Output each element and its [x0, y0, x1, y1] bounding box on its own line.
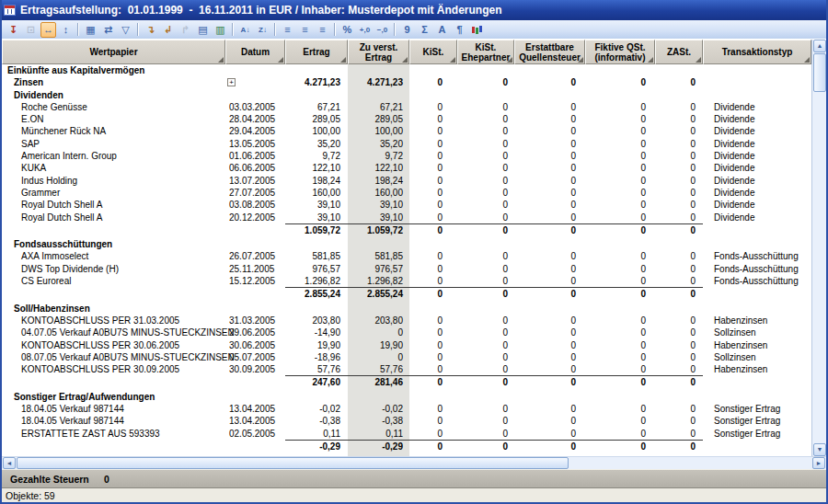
move-column-icon[interactable]: ↲ [160, 22, 176, 38]
data-row[interactable]: 08.07.05 Verkauf A0BU7S MINUS-STUECKZINS… [2, 351, 811, 363]
cell-fiktive-qst [585, 89, 655, 101]
column-chooser-icon[interactable]: ▥ [213, 22, 228, 38]
expand-icon[interactable]: + [227, 78, 236, 86]
section-row[interactable]: Soll/Habenzinsen [2, 303, 811, 315]
cell-datum: 02.05.2005 [225, 428, 285, 440]
cell-kist-ehepartner: 0 [457, 199, 514, 211]
column-header-erstattbare-quellensteuer[interactable]: Erstattbare Quellensteuer [514, 40, 585, 64]
cell-kist: 0 [409, 263, 457, 275]
subtotal-row[interactable]: -0,29-0,2900000 [2, 440, 811, 452]
summary-value: 0 [104, 474, 109, 485]
align-center-icon[interactable]: ≡ [297, 22, 313, 38]
cell-transaktionstyp: Fonds-Ausschüttung [703, 275, 811, 287]
section-row[interactable]: Fondsausschüttungen [2, 238, 811, 250]
data-row[interactable]: Münchener Rück NA29.04.2005100,00100,000… [2, 125, 811, 137]
scroll-right-button[interactable] [812, 457, 825, 469]
subtotal-row[interactable]: 1.059,721.059,7200000 [2, 223, 811, 235]
data-row[interactable]: American Intern. Group01.06.20059,729,72… [2, 150, 811, 162]
data-row[interactable]: Royal Dutch Shell A03.08.200539,1039,100… [2, 199, 811, 211]
column-header-zu-verst-ertrag[interactable]: Zu verst. Ertrag [348, 40, 409, 64]
cell-datum: 15.12.2005 [225, 275, 285, 287]
insert-column-icon[interactable]: ↴ [143, 22, 158, 38]
column-header-kist[interactable]: KiSt. [409, 40, 457, 64]
sort-ascending-icon[interactable]: A↓ [237, 22, 253, 38]
data-row[interactable]: E.ON28.04.2005289,05289,0500000Dividende [2, 113, 811, 125]
column-header-ertrag[interactable]: Ertrag [285, 40, 348, 64]
cell-erstattbare-quellensteuer: 0 [514, 223, 585, 235]
data-row[interactable]: 04.07.05 Verkauf A0BU7S MINUS-STUECKZINS… [2, 326, 811, 338]
horizontal-scroll-thumb[interactable] [17, 457, 569, 469]
percent-icon[interactable]: % [339, 22, 355, 38]
row-format-icon[interactable]: ▤ [195, 22, 211, 38]
column-header-wertpapier[interactable]: Wertpapier [2, 40, 225, 64]
paragraph-icon[interactable]: ¶ [452, 22, 467, 38]
number-format-icon[interactable]: 9 [399, 22, 415, 38]
align-right-icon[interactable]: ≡ [315, 22, 330, 38]
data-row[interactable]: KONTOABSCHLUSS PER 30.09.200530.09.20055… [2, 363, 811, 375]
vertical-scroll-thumb[interactable] [813, 53, 826, 92]
sum-icon[interactable]: Σ [417, 22, 432, 38]
align-left-icon[interactable]: ≡ [280, 22, 295, 38]
cell-wertpapier: Sonstiger Ertrag/Aufwendungen [2, 391, 225, 403]
column-header-fiktive-qst[interactable]: Fiktive QSt. (informativ) [585, 40, 655, 64]
font-icon[interactable]: A [434, 22, 450, 38]
data-row[interactable]: Royal Dutch Shell A20.12.200539,1039,100… [2, 212, 811, 223]
data-row[interactable]: KONTOABSCHLUSS PER 30.06.200530.06.20051… [2, 339, 811, 351]
cell-transaktionstyp: Dividende [703, 138, 811, 150]
cell-datum: 03.08.2005 [225, 199, 285, 211]
section-row[interactable]: Dividenden [2, 89, 811, 101]
cell-zu-verst-ertrag: 1.296,82 [348, 275, 409, 287]
cell-kist: 0 [409, 326, 457, 338]
column-header-kist-ehepartner[interactable]: KiSt. Ehepartner [457, 40, 514, 64]
sort-descending-icon[interactable]: Z↓ [255, 22, 270, 38]
cell-ertrag: 19,90 [285, 339, 348, 351]
data-row[interactable]: SAP13.05.200535,2035,2000000Dividende [2, 138, 811, 150]
calendar-icon[interactable]: ▦ [83, 22, 98, 38]
scroll-down-button[interactable] [813, 443, 826, 456]
copy-icon[interactable]: ⊡ [23, 22, 39, 38]
fit-rows-icon[interactable]: ↕ [58, 22, 74, 38]
cell-kist: 0 [409, 440, 457, 452]
cell-transaktionstyp [703, 303, 811, 315]
column-header-transaktionstyp[interactable]: Transaktionstyp [703, 40, 811, 64]
import-icon[interactable]: ↧ [6, 22, 21, 38]
cell-erstattbare-quellensteuer: 0 [514, 150, 585, 162]
refresh-icon[interactable]: ⇄ [100, 22, 116, 38]
data-row[interactable]: CS Euroreal15.12.20051.296,821.296,82000… [2, 275, 811, 287]
section-row[interactable]: Sonstiger Ertrag/Aufwendungen [2, 391, 811, 403]
cell-zu-verst-ertrag: 100,00 [348, 125, 409, 137]
cell-ertrag: 581,85 [285, 250, 348, 262]
data-row[interactable]: KONTOABSCHLUSS PER 31.03.200531.03.20052… [2, 315, 811, 326]
data-row[interactable]: AXA Immoselect26.07.2005581,85581,850000… [2, 250, 811, 262]
filter-icon[interactable]: ▽ [118, 22, 133, 38]
scroll-left-button[interactable] [3, 457, 16, 469]
data-row[interactable]: Roche Genüsse03.03.200567,2167,2100000Di… [2, 101, 811, 113]
data-row[interactable]: Grammer27.07.2005160,00160,0000000Divide… [2, 187, 811, 199]
data-row[interactable]: KUKA06.06.2005122,10122,1000000Dividende [2, 162, 811, 174]
vertical-scrollbar[interactable] [811, 40, 826, 456]
remove-column-icon[interactable]: ↱ [178, 22, 193, 38]
data-row[interactable]: ERSTATTETE ZAST AUS 59339302.05.20050,11… [2, 428, 811, 440]
group-total-row[interactable]: Zinsen4.271,234.271,2300000+ [2, 76, 811, 88]
cell-erstattbare-quellensteuer: 0 [514, 428, 585, 440]
column-header-datum[interactable]: Datum [225, 40, 285, 64]
fit-columns-icon[interactable]: ↔ [40, 22, 56, 38]
remove-decimal-icon[interactable]: −,0 [374, 22, 390, 38]
scroll-up-button[interactable] [813, 40, 826, 52]
column-header-zast[interactable]: ZASt. [655, 40, 703, 64]
cell-zu-verst-ertrag [348, 64, 409, 76]
section-row[interactable]: Einkünfte aus Kapitalvermögen [2, 64, 811, 76]
add-decimal-icon[interactable]: +,0 [357, 22, 373, 38]
chart-icon[interactable] [469, 22, 485, 38]
cell-erstattbare-quellensteuer: 0 [514, 415, 585, 427]
cell-kist-ehepartner: 0 [457, 363, 514, 375]
data-row[interactable]: DWS Top Dividende (H)25.11.2005976,57976… [2, 263, 811, 275]
data-row[interactable]: Indus Holding13.07.2005198,24198,2400000… [2, 175, 811, 187]
data-row[interactable]: 18.04.05 Verkauf 98714413.04.2005-0,02-0… [2, 403, 811, 415]
cell-kist-ehepartner: 0 [457, 113, 514, 125]
data-row[interactable]: 18.04.05 Verkauf 98714413.04.2005-0,38-0… [2, 415, 811, 427]
cell-erstattbare-quellensteuer [514, 89, 585, 101]
subtotal-row[interactable]: 247,60281,4600000 [2, 375, 811, 387]
subtotal-row[interactable]: 2.855,242.855,2400000 [2, 287, 811, 299]
horizontal-scrollbar[interactable] [2, 456, 826, 469]
